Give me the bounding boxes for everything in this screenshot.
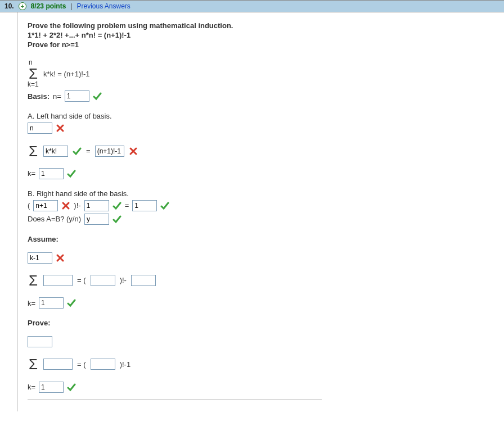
basis-label: Basis: xyxy=(28,92,50,101)
divider: | xyxy=(70,2,72,10)
part-a-rhs-input[interactable] xyxy=(95,146,124,157)
part-b-v2-input[interactable] xyxy=(84,200,109,211)
does-ab-label: Does A=B? (y/n) xyxy=(28,215,81,223)
points-text: 8/23 points xyxy=(31,2,66,10)
does-a-b: Does A=B? (y/n) xyxy=(28,214,322,225)
basis-row: Basis: n= xyxy=(28,90,322,102)
plus-icon[interactable]: + xyxy=(19,2,26,10)
k-label: k= xyxy=(28,299,35,307)
equals-label: = xyxy=(86,147,91,155)
assume-top-input[interactable] xyxy=(28,252,52,264)
sigma-body: k*k! = (n+1)!-1 xyxy=(43,70,89,78)
part-b: B. Right hand side of the basis. ( )!- = xyxy=(28,189,322,211)
sigma-symbol: Σ xyxy=(28,136,39,165)
sigma-symbol: n Σ k=1 xyxy=(28,59,39,88)
part-a-k-input[interactable] xyxy=(39,168,64,179)
question-number: 10. xyxy=(4,2,14,10)
part-a: A. Left hand side of basis. Σ = k= xyxy=(28,112,322,179)
does-ab-input[interactable] xyxy=(84,214,109,225)
separator xyxy=(28,400,322,400)
cross-icon xyxy=(61,201,70,210)
cross-icon xyxy=(129,147,138,156)
k-label: k= xyxy=(28,169,35,178)
assume-section: Assume: Σ = ( )!- k= xyxy=(28,235,322,309)
check-icon xyxy=(93,92,102,101)
basis-n-label: n= xyxy=(53,92,61,101)
check-icon xyxy=(67,298,76,307)
assume-paren-input[interactable] xyxy=(91,275,115,286)
question-content: Prove the following problem using mathem… xyxy=(17,12,332,411)
check-icon xyxy=(112,201,122,210)
problem-condition: Prove for n>=1 xyxy=(28,40,322,49)
check-icon xyxy=(67,383,76,392)
part-a-title: A. Left hand side of basis. xyxy=(28,112,322,120)
question-header: 10. + 8/23 points | Previous Answers xyxy=(0,0,504,12)
check-icon xyxy=(73,147,82,156)
part-b-v1-input[interactable] xyxy=(33,200,58,211)
part-b-title: B. Right hand side of the basis. xyxy=(28,189,322,198)
check-icon xyxy=(112,215,122,224)
prove-paren-input[interactable] xyxy=(91,359,115,370)
part-b-v3-input[interactable] xyxy=(132,200,157,211)
previous-answers-link[interactable]: Previous Answers xyxy=(77,2,130,10)
assume-label: Assume: xyxy=(28,235,322,243)
sigma-statement: n Σ k=1 k*k! = (n+1)!-1 xyxy=(28,59,322,88)
part-a-top-input[interactable] xyxy=(28,123,52,134)
check-icon xyxy=(160,201,169,210)
prove-k-input[interactable] xyxy=(39,382,64,393)
part-a-body-input[interactable] xyxy=(43,146,68,157)
prove-label: Prove: xyxy=(28,319,322,327)
check-icon xyxy=(67,169,76,178)
prove-body-input[interactable] xyxy=(43,359,73,370)
basis-n-input[interactable] xyxy=(65,90,89,102)
assume-tail-input[interactable] xyxy=(131,275,156,286)
k-label: k= xyxy=(28,383,35,391)
assume-body-input[interactable] xyxy=(43,275,73,286)
assume-k-input[interactable] xyxy=(39,297,64,309)
cross-icon xyxy=(56,124,65,133)
prove-top-input[interactable] xyxy=(28,336,52,347)
sigma-symbol: Σ xyxy=(28,350,39,379)
prove-section: Prove: Σ = ( )!-1 k= xyxy=(28,319,322,392)
problem-title: Prove the following problem using mathem… xyxy=(28,21,322,30)
problem-equation: 1*1! + 2*2! +...+ n*n! = (n+1)!-1 xyxy=(28,31,322,39)
sigma-symbol: Σ xyxy=(28,266,39,295)
cross-icon xyxy=(56,253,65,262)
